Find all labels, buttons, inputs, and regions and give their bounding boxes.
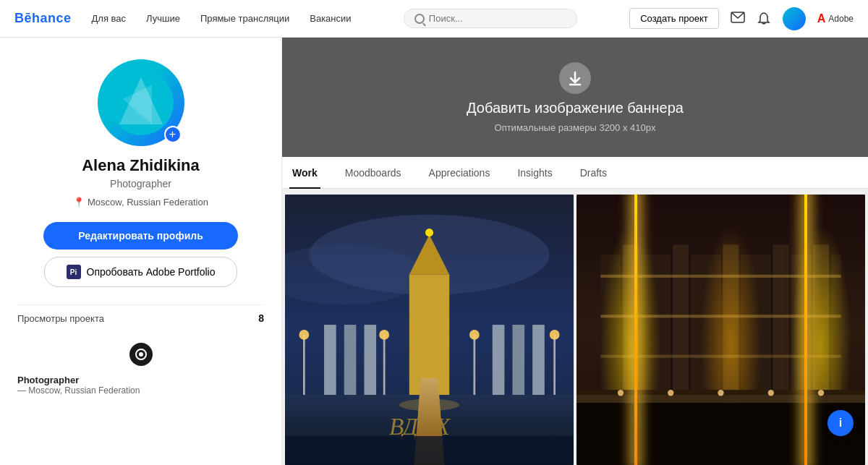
svg-point-20 xyxy=(299,330,309,340)
svg-point-24 xyxy=(469,330,480,340)
photographer-location: — Moscow, Russian Federation xyxy=(17,385,140,396)
tab-appreciations[interactable]: Appreciations xyxy=(426,157,493,189)
svg-point-51 xyxy=(718,390,723,396)
svg-point-10 xyxy=(425,229,433,236)
gallery: ВДНХ xyxy=(282,189,868,465)
messages-icon[interactable] xyxy=(731,12,745,26)
adobe-icon: A xyxy=(817,12,826,25)
nav-live[interactable]: Прямые трансляции xyxy=(200,13,289,24)
svg-text:ВДНХ: ВДНХ xyxy=(389,413,451,440)
svg-rect-46 xyxy=(576,395,865,403)
nav-for-you[interactable]: Для вас xyxy=(92,13,127,24)
nav-best[interactable]: Лучшие xyxy=(146,13,180,24)
tab-insights[interactable]: Insights xyxy=(514,157,555,189)
portfolio-button[interactable]: Pi Опробовать Adobe Portfolio xyxy=(44,257,238,287)
svg-rect-43 xyxy=(600,275,841,278)
svg-rect-17 xyxy=(285,395,574,465)
stats-row: Просмотры проекта 8 xyxy=(17,304,264,331)
info-button[interactable]: i xyxy=(827,410,854,436)
search-icon xyxy=(414,14,425,24)
svg-rect-14 xyxy=(493,325,505,395)
search-input[interactable] xyxy=(429,13,552,24)
svg-point-52 xyxy=(768,390,774,396)
tabs-row: Work Moodboards Appreciations Insights D… xyxy=(282,157,868,189)
navbar-right: Создать проект A Adobe xyxy=(629,7,854,30)
views-value: 8 xyxy=(258,312,264,324)
banner-area[interactable]: Добавить изображение баннера Оптимальные… xyxy=(282,38,868,157)
svg-rect-13 xyxy=(364,325,376,395)
user-avatar-nav[interactable] xyxy=(783,7,806,30)
portfolio-label: Опробовать Adobe Portfolio xyxy=(87,266,216,278)
location-pin-icon: 📍 xyxy=(73,197,85,208)
svg-rect-8 xyxy=(409,275,449,395)
banner-title: Добавить изображение баннера xyxy=(467,100,684,116)
gallery-item-1[interactable]: ВДНХ xyxy=(285,195,574,465)
location-text: Moscow, Russian Federation xyxy=(88,197,208,208)
main-container: + Alena Zhidikina Photographer 📍 Moscow,… xyxy=(0,38,868,465)
avatar-wrapper: + xyxy=(98,59,184,146)
svg-rect-12 xyxy=(344,325,357,395)
views-label: Просмотры проекта xyxy=(17,313,104,324)
svg-rect-55 xyxy=(576,403,865,465)
gallery-image-2 xyxy=(576,195,865,465)
behance-logo[interactable]: Bēhance xyxy=(14,11,72,26)
navbar: Bēhance Для вас Лучшие Прямые трансляции… xyxy=(0,0,868,38)
tab-drafts[interactable]: Drafts xyxy=(577,157,610,189)
notifications-icon[interactable] xyxy=(757,12,771,26)
social-icon[interactable] xyxy=(129,343,153,366)
portfolio-icon: Pi xyxy=(67,265,81,279)
search-bar[interactable] xyxy=(404,9,577,28)
social-icon-inner xyxy=(135,349,147,360)
nav-jobs[interactable]: Вакансии xyxy=(310,13,351,24)
navbar-left: Bēhance Для вас Лучшие Прямые трансляции… xyxy=(14,11,352,26)
svg-point-26 xyxy=(550,330,560,340)
gallery-item-2[interactable] xyxy=(576,195,865,465)
svg-rect-45 xyxy=(600,355,841,358)
create-project-button[interactable]: Создать проект xyxy=(629,8,719,29)
adobe-branding: A Adobe xyxy=(817,12,854,25)
add-photo-button[interactable]: + xyxy=(164,126,182,143)
svg-point-22 xyxy=(379,330,389,340)
gallery-image-1: ВДНХ xyxy=(285,195,574,465)
svg-rect-44 xyxy=(600,315,841,317)
edit-profile-button[interactable]: Редактировать профиль xyxy=(43,222,238,249)
tab-work[interactable]: Work xyxy=(289,157,320,189)
navbar-center xyxy=(352,9,630,28)
profile-title: Photographer xyxy=(110,178,171,189)
svg-point-49 xyxy=(618,390,624,396)
adobe-label: Adobe xyxy=(828,14,854,24)
svg-point-50 xyxy=(668,390,673,396)
tab-moodboards[interactable]: Moodboards xyxy=(342,157,404,189)
banner-subtitle: Оптимальные размеры 3200 x 410px xyxy=(495,122,656,133)
sidebar: + Alena Zhidikina Photographer 📍 Moscow,… xyxy=(0,38,282,465)
content-area: Добавить изображение баннера Оптимальные… xyxy=(282,38,868,465)
profile-name: Alena Zhidikina xyxy=(82,156,200,175)
svg-rect-11 xyxy=(324,325,336,395)
svg-point-53 xyxy=(818,390,824,396)
svg-rect-16 xyxy=(532,325,545,395)
photographer-label: Photographer xyxy=(17,375,79,385)
svg-point-18 xyxy=(399,399,459,411)
profile-location: 📍 Moscow, Russian Federation xyxy=(73,197,208,208)
download-icon xyxy=(559,62,591,94)
svg-rect-15 xyxy=(512,325,524,395)
